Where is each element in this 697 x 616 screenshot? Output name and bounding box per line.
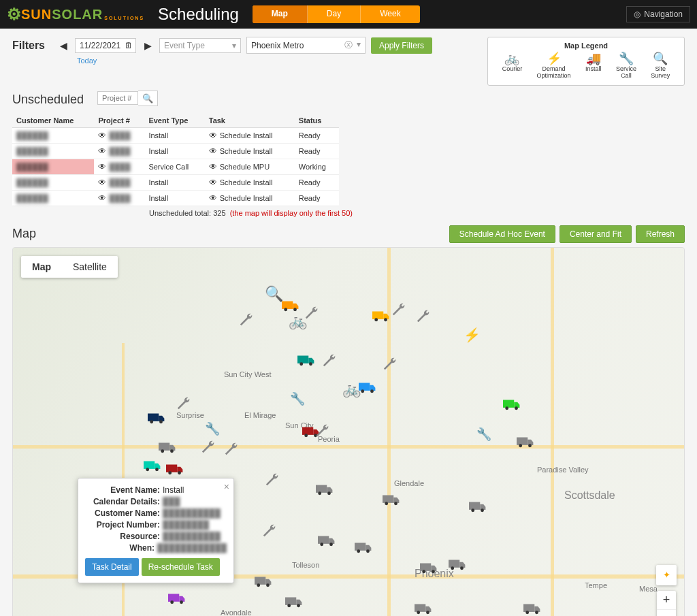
map-marker[interactable] — [239, 312, 254, 331]
map-marker[interactable] — [144, 459, 161, 476]
zoom-out-button[interactable]: − — [657, 610, 676, 616]
chevron-down-icon: ▾ — [357, 39, 361, 51]
map-marker[interactable] — [322, 353, 337, 372]
clear-icon[interactable]: ⓧ — [344, 39, 353, 51]
map-marker[interactable]: 🚲 — [342, 380, 361, 398]
map-marker[interactable] — [383, 357, 398, 376]
schedule-adhoc-button[interactable]: Schedule Ad Hoc Event — [449, 225, 555, 243]
map-marker[interactable] — [355, 540, 372, 558]
table-row[interactable]: ██████👁████Install👁Schedule InstallReady — [12, 143, 339, 159]
map-marker[interactable] — [255, 574, 272, 592]
legend-courier: 🚲Courier — [502, 52, 523, 80]
chevron-down-icon: ▾ — [232, 41, 236, 50]
map-marker[interactable]: 🔍 — [265, 285, 283, 303]
map-marker[interactable] — [176, 396, 191, 415]
eye-icon[interactable]: 👁 — [98, 178, 106, 187]
map-marker[interactable] — [159, 440, 176, 458]
date-input[interactable]: 11/22/2021 🗓 — [75, 38, 136, 53]
eye-icon[interactable]: 👁 — [209, 162, 217, 172]
map-marker[interactable]: 🔧 — [205, 419, 220, 437]
eye-icon[interactable]: 👁 — [98, 193, 106, 203]
map-marker[interactable]: ⚡ — [464, 326, 481, 344]
apply-filters-button[interactable]: Apply Filters — [371, 37, 432, 54]
project-search: 🔍 — [97, 91, 158, 106]
map-marker[interactable] — [285, 595, 303, 613]
map-marker[interactable] — [420, 561, 438, 579]
map-marker[interactable] — [383, 493, 400, 510]
map-marker[interactable] — [359, 380, 376, 398]
map-marker[interactable] — [166, 462, 184, 480]
truck-icon — [282, 299, 299, 312]
map-marker[interactable] — [297, 353, 315, 371]
table-row[interactable]: ██████👁████Service Call👁Schedule MPUWork… — [12, 159, 339, 174]
svg-point-35 — [460, 566, 464, 570]
zoom-in-button[interactable]: + — [657, 591, 676, 610]
map-marker[interactable] — [415, 602, 432, 616]
date-next-button[interactable]: ▶ — [142, 39, 154, 52]
zoom-control: + − — [657, 591, 676, 616]
map-type-satellite[interactable]: Satellite — [62, 256, 118, 278]
truck-icon — [166, 462, 184, 476]
eye-icon[interactable]: 👁 — [209, 131, 217, 140]
map-marker[interactable] — [262, 523, 277, 542]
map-marker[interactable]: 🔧 — [476, 425, 491, 442]
map-marker[interactable]: 🔧 — [290, 389, 305, 407]
table-row[interactable]: ██████👁████Install👁Schedule InstallReady — [12, 190, 339, 206]
reschedule-task-button[interactable]: Re-schedule Task — [142, 558, 220, 576]
eye-icon[interactable]: 👁 — [209, 178, 217, 187]
navigation-button[interactable]: ◎ Navigation — [626, 6, 690, 22]
map-marker[interactable] — [503, 398, 521, 415]
map-marker[interactable] — [523, 602, 541, 616]
project-search-button[interactable]: 🔍 — [138, 91, 158, 106]
map-marker[interactable] — [517, 435, 534, 453]
refresh-button[interactable]: Refresh — [636, 225, 685, 243]
pegman-icon[interactable]: ✦ — [656, 565, 677, 585]
map-type-map[interactable]: Map — [21, 256, 62, 278]
map-marker[interactable] — [315, 423, 330, 442]
tab-map[interactable]: Map — [253, 5, 308, 23]
wrench-icon: 🔧 — [205, 422, 220, 436]
table-row[interactable]: ██████👁████Install👁Schedule InstallReady — [12, 127, 339, 143]
eye-icon[interactable]: 👁 — [209, 193, 217, 203]
map-marker[interactable] — [416, 309, 431, 328]
svg-point-24 — [385, 502, 388, 505]
close-icon[interactable]: × — [224, 481, 229, 492]
svg-point-43 — [426, 611, 429, 614]
legend-install: 🚚Install — [585, 52, 602, 80]
tab-day[interactable]: Day — [308, 5, 361, 23]
center-fit-button[interactable]: Center and Fit — [560, 225, 632, 243]
truck-icon — [523, 602, 541, 615]
task-detail-button[interactable]: Task Detail — [85, 558, 139, 576]
project-search-input[interactable] — [97, 91, 138, 105]
eye-icon[interactable]: 👁 — [98, 146, 106, 156]
city-label: Avondale — [221, 609, 252, 616]
map-container[interactable]: Map Satellite SurpriseSun City WestEl Mi… — [12, 247, 685, 616]
truck-icon — [355, 540, 372, 554]
eye-icon[interactable]: 👁 — [98, 131, 106, 140]
map-marker[interactable] — [224, 442, 239, 461]
truck-icon — [144, 459, 161, 472]
svg-point-7 — [370, 389, 374, 393]
tab-week[interactable]: Week — [361, 5, 419, 23]
event-type-select[interactable]: Event Type ▾ — [159, 38, 241, 53]
map-marker[interactable] — [391, 302, 406, 321]
map-marker[interactable] — [316, 483, 334, 500]
eye-icon[interactable]: 👁 — [209, 146, 217, 156]
map-marker[interactable] — [304, 306, 319, 325]
table-row[interactable]: ██████👁████Install👁Schedule InstallReady — [12, 174, 339, 190]
map-marker[interactable] — [449, 557, 466, 575]
region-select[interactable]: Phoenix Metro ⓧ ▾ — [246, 37, 366, 54]
map-marker[interactable] — [168, 591, 186, 609]
map-marker[interactable] — [148, 411, 165, 429]
map-marker[interactable] — [318, 534, 336, 551]
truck-icon — [503, 398, 521, 411]
map-marker[interactable] — [372, 309, 390, 327]
compass-icon: ◎ — [634, 10, 641, 19]
wrench-icon: 🔧 — [290, 392, 305, 406]
map-marker[interactable] — [201, 440, 216, 459]
date-prev-button[interactable]: ◀ — [57, 39, 69, 52]
map-marker[interactable] — [265, 472, 280, 491]
today-link[interactable]: Today — [77, 56, 479, 65]
map-marker[interactable] — [469, 500, 487, 517]
eye-icon[interactable]: 👁 — [98, 162, 106, 172]
